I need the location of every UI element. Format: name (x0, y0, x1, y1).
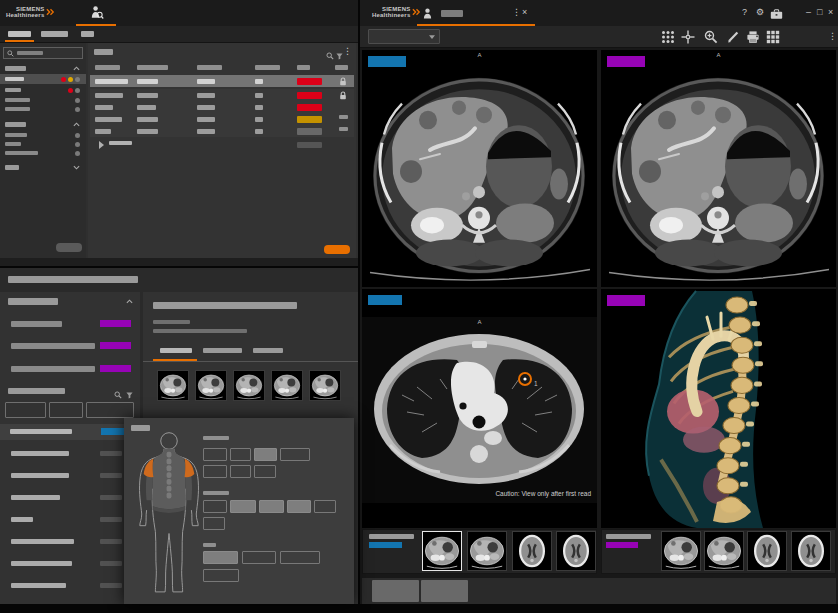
region-button[interactable] (203, 465, 227, 478)
region-button-selected[interactable] (203, 551, 238, 564)
sidebar-group-3-header[interactable] (0, 163, 86, 172)
sidebar-action-button[interactable] (56, 243, 82, 252)
study-row-3[interactable] (0, 361, 140, 377)
grid-layout-icon[interactable] (766, 30, 780, 44)
region-button[interactable] (203, 569, 239, 582)
viewport-4[interactable] (601, 289, 836, 528)
sidebar-group-1-header[interactable] (0, 64, 86, 73)
primary-action-button[interactable] (324, 245, 350, 254)
toolbar-more-icon[interactable]: ⋮ (828, 32, 837, 41)
pan-crosshair-icon[interactable] (681, 30, 695, 44)
strip-thumbnail[interactable] (467, 531, 507, 571)
column-header[interactable] (335, 65, 348, 70)
tab-patient-active[interactable]: ⋮ × (417, 0, 535, 26)
filter-icon[interactable] (125, 387, 133, 395)
filter-chip-3[interactable] (86, 402, 134, 418)
tab-2[interactable] (201, 344, 251, 361)
column-header[interactable] (297, 65, 310, 70)
study-row-2[interactable] (0, 338, 140, 354)
worklist-row-4[interactable] (90, 113, 354, 125)
toolbox-icon[interactable] (770, 8, 783, 19)
strip-thumbnail[interactable] (704, 531, 744, 571)
subtab-worklist-active[interactable] (5, 26, 34, 42)
region-button-selected[interactable] (230, 500, 256, 513)
region-button-selected[interactable] (287, 500, 311, 513)
region-button[interactable] (242, 551, 276, 564)
viewport-3[interactable]: A (362, 289, 597, 528)
column-header[interactable] (197, 65, 222, 70)
table-search-icon[interactable] (326, 48, 334, 56)
column-header[interactable] (137, 65, 168, 70)
subtab-2[interactable] (38, 26, 74, 42)
expand-caret-icon[interactable] (99, 141, 104, 149)
worklist-row-2[interactable] (90, 89, 354, 101)
worklist-row-1[interactable] (90, 75, 354, 87)
table-more-icon[interactable]: ⋮ (343, 47, 352, 56)
region-button[interactable] (254, 465, 276, 478)
series-thumbnail[interactable] (233, 370, 265, 401)
study-row-1[interactable] (0, 316, 140, 332)
series-thumbnail[interactable] (157, 370, 189, 401)
table-filter-icon[interactable] (335, 48, 343, 56)
layout-dots-icon[interactable] (661, 30, 675, 44)
patient-section-header[interactable] (0, 296, 140, 308)
region-button[interactable] (314, 500, 336, 513)
sidebar-item-7[interactable] (0, 148, 86, 158)
search-icon[interactable] (114, 387, 122, 395)
print-icon[interactable] (746, 30, 760, 44)
subtab-3[interactable] (78, 26, 100, 42)
worklist-row-5[interactable] (90, 125, 354, 137)
strip-thumbnail[interactable] (791, 531, 831, 571)
window-minimize-button[interactable]: – (806, 8, 811, 17)
filter-chip-2[interactable] (49, 402, 83, 418)
region-button[interactable] (280, 551, 320, 564)
region-button-selected[interactable] (259, 500, 284, 513)
sidebar-item-2[interactable] (0, 85, 86, 95)
body-diagram[interactable] (132, 430, 206, 598)
column-header[interactable] (255, 65, 280, 70)
sidebar-group-2-header[interactable] (0, 120, 86, 129)
tab-close-icon[interactable]: × (522, 8, 527, 17)
selected-series-row[interactable] (0, 424, 140, 440)
viewport-2[interactable]: A (601, 50, 836, 287)
tab-more-icon[interactable]: ⋮ (512, 8, 521, 17)
redacted-group-label (5, 66, 26, 71)
series-thumbnail[interactable] (195, 370, 227, 401)
region-button[interactable] (203, 448, 227, 461)
region-button[interactable] (203, 500, 227, 513)
settings-gear-icon[interactable]: ⚙ (756, 8, 764, 17)
filter-chip-1[interactable] (5, 402, 46, 418)
worklist-row-expandable[interactable] (90, 139, 354, 151)
sidebar-item-4[interactable] (0, 104, 86, 114)
viewport-1[interactable]: A (362, 50, 597, 287)
annotate-pen-icon[interactable] (726, 30, 740, 44)
region-button[interactable] (230, 465, 251, 478)
help-icon[interactable]: ? (742, 8, 747, 17)
region-button[interactable] (230, 448, 251, 461)
tab-3[interactable] (253, 344, 293, 361)
column-header[interactable] (95, 65, 120, 70)
strip-thumbnail[interactable] (556, 531, 596, 571)
series-color-tag-purple (100, 342, 131, 349)
strip-thumbnail[interactable] (747, 531, 787, 571)
window-maximize-button[interactable]: □ (817, 8, 822, 17)
region-button[interactable] (203, 517, 225, 530)
worklist-row-3[interactable] (90, 101, 354, 113)
series-thumbnail[interactable] (271, 370, 303, 401)
region-button[interactable] (280, 448, 310, 461)
sidebar-search-input[interactable] (3, 47, 83, 59)
zoom-icon[interactable] (704, 30, 718, 44)
tab-patient-search[interactable] (76, 0, 116, 26)
series-thumbnail[interactable] (309, 370, 341, 401)
sidebar-item-1[interactable] (0, 74, 86, 84)
bottom-action-button-2[interactable] (421, 580, 468, 602)
strip-thumbnail[interactable] (661, 531, 701, 571)
window-close-button[interactable]: × (828, 8, 833, 17)
strip-thumbnail-selected[interactable] (422, 531, 462, 571)
bottom-action-button-1[interactable] (372, 580, 419, 602)
tab-series-active[interactable] (153, 344, 197, 361)
layout-dropdown[interactable] (368, 29, 440, 44)
region-button-selected[interactable] (254, 448, 277, 461)
strip-thumbnail[interactable] (512, 531, 552, 571)
redacted-cell (95, 129, 111, 134)
